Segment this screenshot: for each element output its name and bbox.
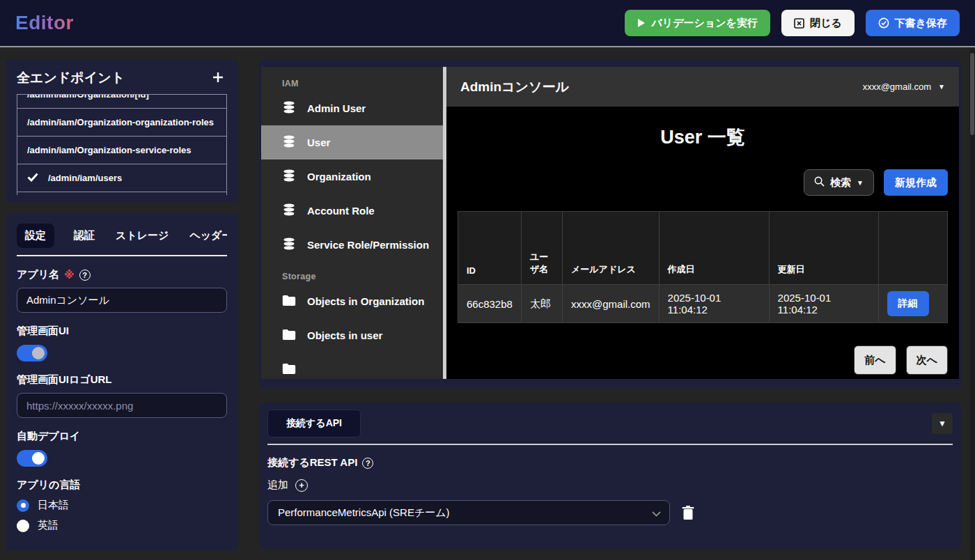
cell-updated: 2025-10-01 11:04:12 [769, 285, 878, 323]
add-endpoint-button[interactable] [209, 71, 227, 86]
database-icon [282, 203, 296, 219]
nav-item-label: Admin User [307, 102, 366, 114]
nav-item-service-role[interactable]: Service Role/Permission [261, 228, 443, 262]
tab-storage[interactable]: ストレージ [114, 224, 170, 248]
api-select[interactable]: PerformanceMetricsApi (SREチーム) [267, 500, 670, 525]
tab-settings[interactable]: 設定 [17, 224, 54, 248]
collapse-section-button[interactable]: ▼ [932, 413, 953, 434]
nav-item-objects-in-organization[interactable]: Objects in Organization [261, 284, 443, 318]
top-bar: Editor バリデーションを実行 閉じる 下書き保存 [0, 0, 975, 47]
main-layout: 全エンドポイント /admin/iam/Organization/[id] /a… [0, 47, 975, 550]
close-label: 閉じる [810, 17, 842, 30]
folder-icon [282, 329, 296, 343]
cell-id: 66c832b8 [458, 285, 522, 323]
search-label: 検索 [830, 176, 851, 189]
question-circle-icon: ? [79, 270, 91, 281]
check-circle-icon [878, 17, 889, 29]
toggle-knob [32, 452, 45, 465]
col-header-actions [878, 212, 947, 285]
page-scrollbar-thumb[interactable] [970, 53, 974, 135]
plus-circle-icon[interactable]: + [295, 479, 308, 492]
endpoint-item[interactable]: /admin/iam/Organization-organization-rol… [17, 109, 227, 137]
col-header-id: ID [458, 212, 522, 285]
endpoint-item[interactable]: /admin/iam/Organization-service-roles [17, 137, 227, 164]
tabs-divider [17, 255, 227, 256]
app-name-label: アプリ名 [17, 268, 59, 281]
auto-deploy-label: 自動デプロイ [17, 430, 80, 443]
plus-icon [212, 75, 224, 86]
table-row: 66c832b8 太郎 xxxx@gmail.com 2025-10-01 11… [458, 285, 948, 323]
col-header-created: 作成日 [659, 212, 769, 285]
close-button[interactable]: 閉じる [781, 10, 855, 36]
required-mark: ※ [64, 269, 75, 281]
user-list-title: User 一覧 [458, 125, 948, 150]
nav-item-organization[interactable]: Organization [261, 160, 443, 194]
save-draft-button[interactable]: 下書き保存 [866, 10, 960, 36]
endpoint-item[interactable] [17, 192, 227, 195]
endpoint-item-selected[interactable]: /admin/iam/users [17, 164, 227, 192]
auto-deploy-toggle[interactable] [17, 450, 47, 467]
main-column: IAM Admin User User [259, 59, 961, 550]
create-new-button[interactable]: 新規作成 [884, 169, 948, 196]
trash-icon[interactable] [682, 506, 694, 520]
search-button[interactable]: 検索 ▼ [804, 169, 874, 196]
toggle-knob [32, 347, 45, 359]
database-icon [282, 169, 296, 185]
next-page-button[interactable]: 次へ [906, 345, 948, 375]
radio-label: 英語 [38, 519, 58, 532]
settings-panel: 設定 認証 ストレージ ヘッダー サ アプリ名 ※ ? 管理画面UI 管理画面U… [6, 212, 238, 550]
account-menu[interactable]: xxxx@gmail.com ▼ [863, 81, 945, 92]
nav-item-label: Service Role/Permission [307, 239, 429, 251]
radio-option-english[interactable]: 英語 [17, 519, 227, 532]
nav-item-label: Objects in Organization [307, 295, 424, 307]
endpoint-item[interactable]: /admin/iam/Organization/[id] [17, 94, 227, 109]
page-scrollbar[interactable] [969, 49, 975, 560]
connected-api-panel: 接続するAPI ▼ 接続するREST API ? 追加 + Performanc… [259, 403, 961, 549]
tab-header[interactable]: ヘッダー [188, 224, 227, 248]
preview-nav: IAM Admin User User [261, 67, 443, 379]
nav-item-objects-in-user[interactable]: Objects in user [261, 318, 443, 352]
app-name-input[interactable] [17, 288, 227, 313]
api-select-value: PerformanceMetricsApi (SREチーム) [278, 506, 450, 520]
radio-option-japanese[interactable]: 日本語 [17, 499, 227, 512]
nav-item-label: Organization [307, 171, 371, 182]
cell-username: 太郎 [522, 285, 563, 323]
nav-item-account-role[interactable]: Account Role [261, 194, 443, 228]
nav-item-clipped[interactable] [261, 352, 443, 379]
run-validation-button[interactable]: バリデーションを実行 [625, 10, 770, 36]
app-logo: Editor [15, 12, 74, 34]
nav-item-label: Objects in user [307, 329, 382, 341]
caret-down-icon: ▼ [938, 419, 946, 428]
console-title: Adminコンソール [460, 78, 863, 96]
nav-item-label: User [307, 137, 330, 148]
app-lang-label: アプリの言語 [17, 479, 80, 492]
cell-email: xxxx@gmail.com [563, 285, 660, 323]
section-divider [267, 444, 953, 445]
logo-url-label: 管理画面UIロゴURL [17, 373, 112, 387]
settings-tabs: 設定 認証 ストレージ ヘッダー サ [17, 224, 227, 248]
database-icon [282, 134, 296, 150]
tab-auth[interactable]: 認証 [72, 224, 96, 248]
user-table: ID ユーザ名 メールアドレス 作成日 更新日 66c [458, 211, 948, 323]
console-body: User 一覧 検索 ▼ 新規作成 [446, 107, 959, 379]
radio-selected-icon [17, 499, 29, 512]
folder-icon [282, 363, 296, 377]
admin-ui-label: 管理画面UI [17, 325, 69, 338]
table-header-row: ID ユーザ名 メールアドレス 作成日 更新日 [458, 212, 948, 285]
nav-item-label: Account Role [307, 205, 375, 217]
console-header: Adminコンソール xxxx@gmail.com ▼ [446, 67, 959, 107]
detail-button[interactable]: 詳細 [887, 291, 929, 316]
caret-down-icon: ▼ [938, 83, 945, 91]
prev-page-button[interactable]: 前へ [854, 345, 896, 375]
left-sidebar: 全エンドポイント /admin/iam/Organization/[id] /a… [6, 59, 238, 550]
admin-ui-toggle[interactable] [17, 345, 47, 361]
endpoint-label: /admin/iam/Organization-service-roles [27, 145, 192, 155]
col-header-email: メールアドレス [563, 212, 660, 285]
logo-url-input[interactable] [17, 393, 227, 418]
nav-item-user[interactable]: User [261, 125, 443, 160]
connected-api-tab[interactable]: 接続するAPI [267, 410, 361, 437]
save-draft-label: 下書き保存 [895, 17, 947, 30]
endpoint-label: /admin/iam/users [48, 173, 122, 183]
nav-item-admin-user[interactable]: Admin User [261, 91, 443, 125]
endpoint-label: /admin/iam/Organization-organization-rol… [27, 117, 214, 127]
